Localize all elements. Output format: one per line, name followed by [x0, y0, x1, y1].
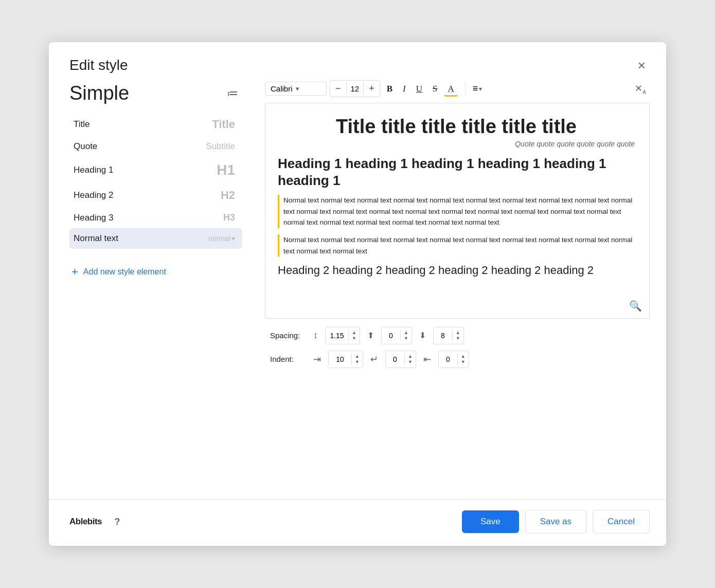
indent-left-input[interactable]: ▲ ▼ — [328, 351, 363, 368]
bold-button[interactable]: B — [383, 81, 396, 97]
font-size-decrease-button[interactable]: − — [330, 81, 346, 97]
style-item-quote[interactable]: Quote Subtitle — [69, 136, 242, 157]
indent-right-spinners: ▲ ▼ — [457, 354, 469, 365]
toolbar: Calibri ▾ − 12 + B I U S A ≡ ▾ — [265, 80, 650, 98]
indent-left-icon: ⇥ — [313, 354, 321, 365]
style-name-title: Title — [74, 119, 90, 130]
help-button[interactable]: ? — [109, 513, 126, 530]
font-selector[interactable]: Calibri ▾ — [265, 82, 327, 96]
spacing-before-input[interactable]: ▲ ▼ — [381, 327, 412, 344]
indent-row: Indent: ⇥ ▲ ▼ ↵ ▲ ▼ — [270, 351, 650, 368]
preview-area: Title title title title title title Quot… — [265, 103, 650, 319]
style-preview-heading3: H3 — [223, 212, 235, 223]
spacing-line-down-button[interactable]: ▼ — [349, 336, 360, 341]
footer-right: Save Save as Cancel — [462, 510, 650, 534]
spacing-row: Spacing: ↕ ▲ ▼ ⬆ ▲ ▼ — [270, 327, 650, 344]
align-dropdown[interactable]: ≡ ▾ — [473, 83, 482, 94]
close-button[interactable]: × — [634, 57, 650, 74]
style-preview-heading1: H1 — [217, 162, 235, 178]
underline-button[interactable]: U — [413, 81, 426, 97]
add-style-button[interactable]: + Add new style element — [69, 261, 242, 283]
indent-right-value[interactable] — [439, 351, 457, 368]
preview-normal-1: Normal text normal text normal text norm… — [278, 195, 635, 228]
style-list: Title Title Quote Subtitle Heading 1 H1 … — [69, 113, 242, 249]
spacing-before-icon: ⬆ — [367, 330, 374, 340]
style-name-heading3: Heading 3 — [74, 213, 114, 223]
style-item-title[interactable]: Title Title — [69, 113, 242, 136]
preview-title: Title title title title title title — [278, 116, 635, 138]
plus-icon: + — [72, 265, 78, 279]
indent-right-down-button[interactable]: ▼ — [458, 359, 469, 365]
spacing-after-input[interactable]: ▲ ▼ — [433, 327, 464, 344]
style-set-header: Simple ≔ — [69, 82, 242, 104]
ablebits-logo: Ablebits — [69, 517, 102, 527]
spacing-line-up-button[interactable]: ▲ — [349, 330, 360, 336]
save-as-button[interactable]: Save as — [525, 510, 586, 534]
style-name-heading1: Heading 1 — [74, 165, 114, 175]
edit-style-dialog: Edit style × Simple ≔ Title Title Quote … — [49, 42, 666, 546]
style-item-heading3[interactable]: Heading 3 H3 — [69, 207, 242, 228]
style-item-heading1[interactable]: Heading 1 H1 — [69, 157, 242, 183]
indent-right-icon: ⇤ — [423, 354, 431, 365]
style-preview-title: Title — [212, 118, 235, 131]
preview-h2: Heading 2 heading 2 heading 2 heading 2 … — [278, 263, 635, 279]
font-size-value: 12 — [346, 82, 364, 95]
spacing-after-value[interactable] — [434, 327, 452, 344]
indent-left-value[interactable] — [329, 351, 351, 368]
style-name-normal: Normal text — [74, 233, 118, 244]
italic-button[interactable]: I — [399, 81, 409, 97]
clear-icon: ✕A — [635, 83, 646, 94]
cancel-button[interactable]: Cancel — [593, 510, 650, 534]
spacing-before-value[interactable] — [382, 327, 400, 344]
dialog-title: Edit style — [69, 57, 128, 74]
indent-first-icon: ↵ — [370, 354, 378, 365]
save-button[interactable]: Save — [462, 510, 519, 533]
indent-label: Indent: — [270, 355, 306, 363]
font-size-increase-button[interactable]: + — [364, 81, 380, 97]
indent-first-up-button[interactable]: ▲ — [405, 354, 416, 359]
right-panel: Calibri ▾ − 12 + B I U S A ≡ ▾ — [255, 80, 666, 491]
style-item-heading2[interactable]: Heading 2 H2 — [69, 183, 242, 207]
indent-right-up-button[interactable]: ▲ — [458, 354, 469, 359]
preview-h1: Heading 1 heading 1 heading 1 heading 1 … — [278, 155, 635, 190]
indent-left-up-button[interactable]: ▲ — [352, 354, 363, 359]
spacing-line-value[interactable] — [326, 327, 348, 344]
spacing-before-spinners: ▲ ▼ — [400, 330, 412, 341]
preview-normal-2: Normal text normal text normal text norm… — [278, 234, 635, 256]
chevron-down-icon: ▾ — [296, 85, 299, 93]
font-color-button[interactable]: A — [444, 81, 457, 97]
style-set-name: Simple — [69, 82, 129, 104]
zoom-icon[interactable]: 🔍 — [629, 300, 642, 312]
spacing-label: Spacing: — [270, 331, 306, 340]
style-preview-normal: normal ▾ — [208, 234, 235, 243]
dialog-header: Edit style × — [49, 42, 666, 80]
spacing-before-up-button[interactable]: ▲ — [401, 330, 412, 336]
style-name-heading2: Heading 2 — [74, 190, 114, 200]
spacing-line-input[interactable]: ▲ ▼ — [325, 327, 360, 344]
indent-left-spinners: ▲ ▼ — [351, 354, 363, 365]
indent-right-input[interactable]: ▲ ▼ — [438, 351, 469, 368]
style-preview-quote: Subtitle — [206, 141, 235, 152]
spacing-after-up-button[interactable]: ▲ — [453, 330, 463, 336]
line-spacing-icon: ↕ — [313, 330, 318, 341]
strikethrough-button[interactable]: S — [429, 81, 441, 97]
font-name-label: Calibri — [271, 84, 293, 93]
align-chevron-icon: ▾ — [479, 85, 482, 93]
spacing-after-down-button[interactable]: ▼ — [453, 336, 463, 341]
clear-formatting-button[interactable]: ✕A — [631, 80, 650, 98]
indent-first-down-button[interactable]: ▼ — [405, 359, 416, 365]
indent-left-down-button[interactable]: ▼ — [352, 359, 363, 365]
indent-first-spinners: ▲ ▼ — [404, 354, 416, 365]
spacing-after-icon: ⬇ — [419, 330, 426, 340]
dialog-footer: Ablebits ? Save Save as Cancel — [49, 499, 666, 546]
preview-subtitle: Quote quote quote quote quote quote — [278, 140, 635, 148]
style-item-normal[interactable]: Normal text normal ▾ — [69, 228, 242, 249]
dropdown-arrow-icon: ▾ — [231, 234, 235, 243]
sort-icon[interactable]: ≔ — [223, 85, 242, 102]
controls-area: Spacing: ↕ ▲ ▼ ⬆ ▲ ▼ — [265, 327, 650, 368]
footer-left: Ablebits ? — [69, 513, 126, 530]
indent-first-value[interactable] — [386, 351, 404, 368]
indent-first-input[interactable]: ▲ ▼ — [385, 351, 416, 368]
style-preview-heading2: H2 — [221, 189, 235, 202]
spacing-before-down-button[interactable]: ▼ — [401, 336, 412, 341]
